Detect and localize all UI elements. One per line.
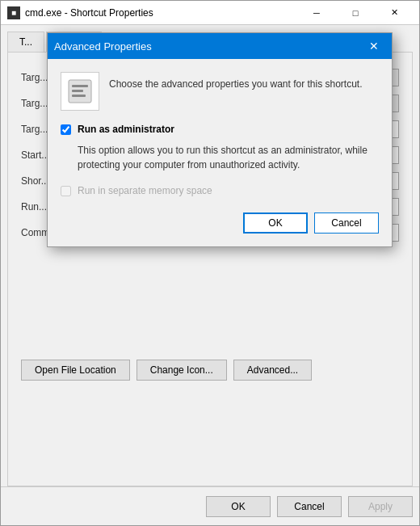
close-button[interactable]: ✕ (376, 1, 413, 25)
dialog-body: Choose the advanced properties you want … (48, 59, 392, 246)
dialog-close-button[interactable]: ✕ (363, 35, 385, 57)
run-as-admin-description: This option allows you to run this short… (78, 143, 379, 172)
title-bar: ■ cmd.exe - Shortcut Properties ─ □ ✕ (1, 1, 419, 25)
window-title: cmd.exe - Shortcut Properties (25, 7, 298, 19)
tab-general[interactable]: T... (7, 32, 44, 52)
title-bar-controls: ─ □ ✕ (298, 1, 413, 25)
dialog-buttons: OK Cancel (61, 209, 379, 234)
run-separate-memory-label: Run in separate memory space (78, 185, 212, 196)
advanced-properties-dialog: Advanced Properties ✕ Choose the advance… (47, 32, 393, 247)
dialog-header: Choose the advanced properties you want … (61, 72, 379, 111)
dialog-title: Advanced Properties (54, 40, 363, 53)
run-separate-memory-checkbox[interactable] (61, 186, 71, 196)
bottom-buttons: OK Cancel Apply (1, 486, 419, 525)
cancel-button[interactable]: Cancel (277, 496, 342, 517)
open-file-location-button[interactable]: Open File Location (21, 360, 130, 381)
apply-button[interactable]: Apply (348, 496, 413, 517)
run-as-admin-row: Run as administrator (61, 124, 379, 135)
svg-rect-2 (72, 90, 83, 92)
advanced-button[interactable]: Advanced... (233, 360, 312, 381)
dialog-cancel-button[interactable]: Cancel (314, 213, 379, 234)
maximize-button[interactable]: □ (337, 1, 374, 25)
change-icon-button[interactable]: Change Icon... (136, 360, 227, 381)
run-separate-memory-row: Run in separate memory space (61, 185, 379, 196)
dialog-title-bar: Advanced Properties ✕ (48, 33, 392, 59)
svg-rect-3 (72, 95, 86, 97)
dialog-icon (61, 72, 99, 111)
dialog-header-text: Choose the advanced properties you want … (109, 72, 363, 91)
run-as-admin-label: Run as administrator (78, 124, 174, 135)
window-icon: ■ (7, 6, 20, 19)
minimize-button[interactable]: ─ (298, 1, 335, 25)
dialog-ok-button[interactable]: OK (243, 213, 308, 234)
action-buttons: Open File Location Change Icon... Advanc… (21, 360, 399, 381)
ok-button[interactable]: OK (206, 496, 271, 517)
run-as-admin-checkbox[interactable] (61, 124, 71, 135)
svg-rect-1 (72, 85, 88, 87)
